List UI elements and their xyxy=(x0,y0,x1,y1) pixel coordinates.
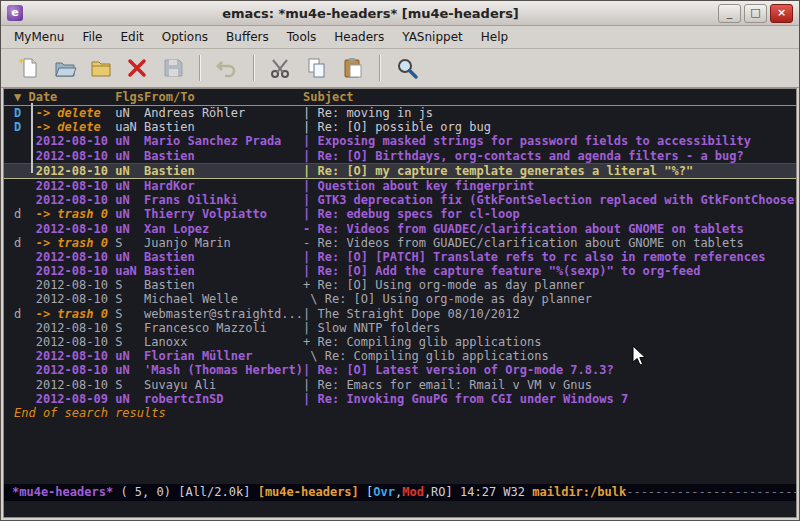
modeline-segment: RO xyxy=(431,485,445,499)
open-file-button[interactable] xyxy=(49,53,81,83)
message-flags: S xyxy=(115,378,144,392)
message-row[interactable]: 2012-08-10 S Francesco Mazzoli | Slow NN… xyxy=(4,321,796,335)
cut-icon xyxy=(269,56,293,80)
modeline-segment: ---------------------------- xyxy=(626,485,796,499)
message-flags: uN xyxy=(115,392,144,406)
cut-button[interactable] xyxy=(265,53,297,83)
undo-button xyxy=(211,53,243,83)
header-flags[interactable]: Flgs xyxy=(115,90,144,104)
menu-item-headers[interactable]: Headers xyxy=(325,27,393,47)
message-row[interactable]: 2012-08-10 uN HardKor | Question about k… xyxy=(4,179,796,193)
message-flags: uN xyxy=(115,106,144,120)
menu-item-file[interactable]: File xyxy=(73,27,111,47)
message-from: Lanoxx xyxy=(144,335,303,349)
message-row[interactable]: 2012-08-10 uN Bastien | Re: [O] my captu… xyxy=(4,163,796,179)
message-mark xyxy=(14,193,36,207)
paste-icon xyxy=(341,56,365,80)
message-subject: | Re: Invoking GnuPG from CGI under Wind… xyxy=(303,392,628,406)
message-mark: d xyxy=(14,236,36,250)
maximize-button[interactable]: □ xyxy=(744,4,767,23)
title-bar[interactable]: e emacs: *mu4e-headers* [mu4e-headers] _… xyxy=(1,1,799,26)
message-row[interactable]: D -> delete uN Andreas Röhler | Re: movi… xyxy=(4,106,796,120)
message-mark xyxy=(14,335,36,349)
message-row[interactable]: d -> trash 0 uN Thierry Volpiatto | Re: … xyxy=(4,207,796,221)
modeline-segment: [ xyxy=(359,485,373,499)
modeline-segment: ] xyxy=(446,485,460,499)
message-subject: | Re: [O] Add the capture feature "%(sex… xyxy=(303,264,700,278)
message-row[interactable]: d -> trash 0 S Juanjo Marin - Re: Videos… xyxy=(4,236,796,250)
menu-item-edit[interactable]: Edit xyxy=(112,27,153,47)
message-subject: + Re: Compiling glib applications xyxy=(303,335,541,349)
message-row[interactable]: 2012-08-10 uN Bastien | Re: [O] Birthday… xyxy=(4,149,796,163)
message-row[interactable]: 2012-08-10 S Lanoxx + Re: Compiling glib… xyxy=(4,335,796,349)
message-mark xyxy=(14,321,36,335)
menu-item-help[interactable]: Help xyxy=(472,27,517,47)
message-mark: d xyxy=(14,207,36,221)
toolbar xyxy=(1,49,799,88)
message-from: Frans Oilinki xyxy=(144,193,303,207)
message-subject: | Question about key fingerprint xyxy=(303,179,534,193)
message-row[interactable]: 2012-08-10 uN Florian Müllner \ Re: Comp… xyxy=(4,349,796,363)
message-date: 2012-08-10 xyxy=(36,134,115,148)
message-row[interactable]: 2012-08-10 uN Mario Sanchez Prada | Expo… xyxy=(4,134,796,148)
message-subject: | Re: [O] [PATCH] Translate refs to rc a… xyxy=(303,250,765,264)
echo-area[interactable] xyxy=(4,501,796,517)
dired-button[interactable] xyxy=(85,53,117,83)
minimize-button[interactable]: _ xyxy=(718,4,741,23)
message-row[interactable]: 2012-08-10 uaN Bastien | Re: [O] Add the… xyxy=(4,264,796,278)
message-flags: uN xyxy=(115,193,144,207)
header-subject[interactable]: Subject xyxy=(303,90,354,104)
message-row[interactable]: d -> trash 0 S webmaster@straightd...| T… xyxy=(4,307,796,321)
message-from: Thierry Volpiatto xyxy=(144,207,303,221)
header-date[interactable]: ▼ Date xyxy=(14,90,115,104)
search-button[interactable] xyxy=(391,53,423,83)
message-row[interactable]: 2012-08-10 S Bastien + Re: [O] Using org… xyxy=(4,278,796,292)
buffer-empty-space xyxy=(4,420,796,484)
dired-icon xyxy=(89,56,113,80)
window-title: emacs: *mu4e-headers* [mu4e-headers] xyxy=(29,6,712,21)
message-subject: - Re: Videos from GUADEC/clarification a… xyxy=(303,222,744,236)
message-date: 2012-08-10 xyxy=(36,278,115,292)
message-row[interactable]: 2012-08-10 S Suvayu Ali | Re: Emacs for … xyxy=(4,378,796,392)
modeline-segment: *mu4e-headers* xyxy=(12,485,113,499)
scrollbar-thumb[interactable] xyxy=(31,103,33,173)
message-date: 2012-08-10 xyxy=(36,193,115,207)
header-from[interactable]: From/To xyxy=(144,90,303,104)
message-flags: S xyxy=(115,292,144,306)
save-icon xyxy=(161,56,185,80)
modeline-segment: 14:27 W32 xyxy=(460,485,532,499)
message-row[interactable]: 2012-08-09 uN robertcInSD | Re: Invoking… xyxy=(4,392,796,406)
menu-item-mymenu[interactable]: MyMenu xyxy=(5,27,73,47)
paste-button[interactable] xyxy=(337,53,369,83)
menu-item-tools[interactable]: Tools xyxy=(278,27,326,47)
copy-button[interactable] xyxy=(301,53,333,83)
menu-item-yasnippet[interactable]: YASnippet xyxy=(393,27,472,47)
message-flags: uN xyxy=(115,179,144,193)
message-subject: | Re: [O] possible org bug xyxy=(303,120,491,134)
message-date: 2012-08-10 xyxy=(36,149,115,163)
message-row[interactable]: 2012-08-10 uN Frans Oilinki | GTK3 depre… xyxy=(4,193,796,207)
message-row[interactable]: 2012-08-10 uN Bastien | Re: [O] [PATCH] … xyxy=(4,250,796,264)
message-mark xyxy=(14,222,36,236)
new-file-icon xyxy=(17,56,41,80)
message-row[interactable]: 2012-08-10 S Michael Welle \ Re: [O] Usi… xyxy=(4,292,796,306)
kill-buffer-button[interactable] xyxy=(121,53,153,83)
message-date: -> trash 0 xyxy=(36,307,115,321)
end-of-search-text: End of search results xyxy=(4,406,796,420)
menu-item-options[interactable]: Options xyxy=(153,27,217,47)
message-row[interactable]: D -> delete uaN Bastien | Re: [O] possib… xyxy=(4,120,796,134)
menu-item-buffers[interactable]: Buffers xyxy=(217,27,278,47)
message-row[interactable]: 2012-08-10 uN 'Mash (Thomas Herbert)| Re… xyxy=(4,363,796,377)
message-subject: \ Re: [O] Using org-mode as day planner xyxy=(303,292,592,306)
message-date: 2012-08-10 xyxy=(36,321,115,335)
message-subject: | Re: Emacs for email: Rmail v VM v Gnus xyxy=(303,378,592,392)
new-file-button[interactable] xyxy=(13,53,45,83)
close-button[interactable]: × xyxy=(770,4,793,23)
message-from: Andreas Röhler xyxy=(144,106,303,120)
message-mark xyxy=(14,392,36,406)
message-row[interactable]: 2012-08-10 uN Xan Lopez - Re: Videos fro… xyxy=(4,222,796,236)
message-date: 2012-08-10 xyxy=(36,250,115,264)
message-subject: | Slow NNTP folders xyxy=(303,321,440,335)
message-list: D -> delete uN Andreas Röhler | Re: movi… xyxy=(4,106,796,406)
message-mark xyxy=(14,278,36,292)
